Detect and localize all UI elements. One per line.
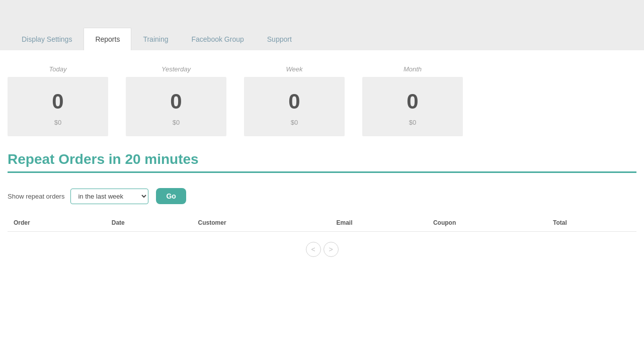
go-button[interactable]: Go xyxy=(156,188,186,204)
col-coupon: Coupon xyxy=(427,214,547,232)
stat-week-box: 0 $0 xyxy=(244,77,345,136)
stat-yesterday-label: Yesterday xyxy=(126,65,226,73)
filter-label: Show repeat orders xyxy=(8,193,64,200)
table-header-row: Order Date Customer Email Coupon Total xyxy=(8,214,636,232)
col-order: Order xyxy=(8,214,106,232)
col-date: Date xyxy=(106,214,192,232)
stat-yesterday: Yesterday 0 $0 xyxy=(126,65,226,136)
col-customer: Customer xyxy=(192,214,331,232)
stat-month-box: 0 $0 xyxy=(362,77,463,136)
stat-week-label: Week xyxy=(244,65,345,73)
stat-week: Week 0 $0 xyxy=(244,65,345,136)
stat-month-money: $0 xyxy=(372,119,453,126)
stat-yesterday-box: 0 $0 xyxy=(126,77,226,136)
nav-tab-display-settings[interactable]: Display Settings xyxy=(10,28,84,50)
stat-today-money: $0 xyxy=(18,119,98,126)
col-total: Total xyxy=(547,214,636,232)
stat-yesterday-value: 0 xyxy=(136,89,216,114)
section-title: Repeat Orders in 20 minutes xyxy=(8,151,636,167)
filter-select[interactable]: in the last week in the last month in th… xyxy=(70,189,148,204)
nav-tab-facebook-group[interactable]: Facebook Group xyxy=(180,28,255,50)
prev-page-button[interactable]: < xyxy=(306,242,321,257)
stat-month-value: 0 xyxy=(372,89,453,114)
repeat-orders-table: Order Date Customer Email Coupon Total xyxy=(8,214,636,232)
stat-month: Month 0 $0 xyxy=(362,65,463,136)
col-email: Email xyxy=(330,214,427,232)
nav-tabs: Display Settings Reports Training Facebo… xyxy=(10,28,303,50)
nav-tab-reports[interactable]: Reports xyxy=(84,28,131,50)
stat-week-value: 0 xyxy=(254,89,335,114)
main-content: Today 0 $0 Yesterday 0 $0 Week 0 $0 Mont… xyxy=(0,50,644,277)
next-page-button[interactable]: > xyxy=(324,242,339,257)
nav-tab-support[interactable]: Support xyxy=(256,28,303,50)
stat-today-label: Today xyxy=(8,65,108,73)
stat-yesterday-money: $0 xyxy=(136,119,216,126)
stat-today: Today 0 $0 xyxy=(8,65,108,136)
header: Display Settings Reports Training Facebo… xyxy=(0,0,644,50)
stat-today-box: 0 $0 xyxy=(8,77,108,136)
stat-today-value: 0 xyxy=(18,89,98,114)
stats-row: Today 0 $0 Yesterday 0 $0 Week 0 $0 Mont… xyxy=(8,65,636,136)
filter-area: Show repeat orders in the last week in t… xyxy=(8,173,636,214)
table-header: Order Date Customer Email Coupon Total xyxy=(8,214,636,232)
pagination: < > xyxy=(8,232,636,262)
nav-tab-training[interactable]: Training xyxy=(131,28,180,50)
stat-month-label: Month xyxy=(362,65,463,73)
stat-week-money: $0 xyxy=(254,119,335,126)
